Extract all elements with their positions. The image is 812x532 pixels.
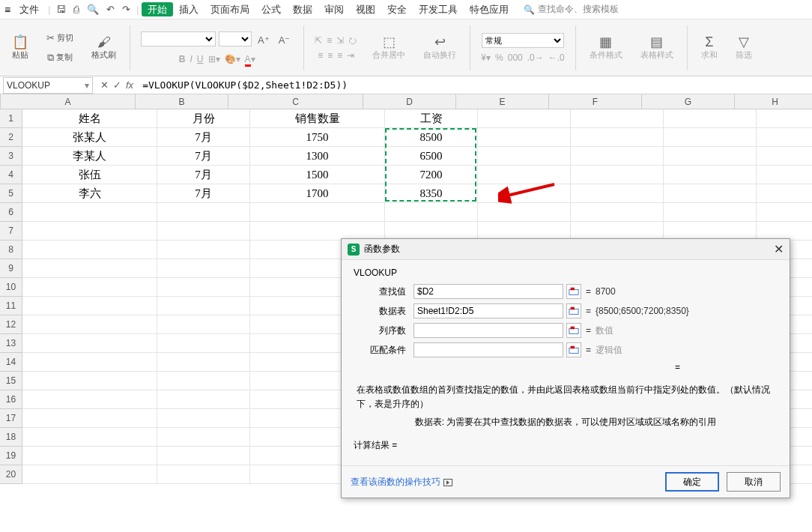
cell-D6[interactable]	[385, 203, 478, 222]
cell-H2[interactable]	[757, 128, 812, 147]
cell-G2[interactable]	[664, 128, 757, 147]
command-search[interactable]: 🔍 查找命令、搜索模板	[524, 3, 619, 16]
align-middle-icon[interactable]: ≡	[327, 35, 332, 46]
col-header-E[interactable]: E	[456, 94, 549, 109]
row-header-8[interactable]: 8	[0, 241, 22, 259]
cell-A4[interactable]: 张伍	[22, 166, 157, 184]
cell-G6[interactable]	[664, 203, 757, 222]
row-header-20[interactable]: 20	[0, 465, 22, 484]
underline-button[interactable]: U	[197, 54, 204, 64]
table-style-button[interactable]: ▤表格样式	[637, 33, 676, 62]
comma-icon[interactable]: 000	[508, 52, 523, 63]
cell-D4[interactable]: 7200	[385, 166, 478, 184]
ok-button[interactable]: 确定	[665, 472, 719, 492]
wrap-button[interactable]: ↩自动换行	[420, 33, 459, 62]
cell-C1[interactable]: 销售数量	[250, 109, 385, 128]
cell-C6[interactable]	[250, 203, 385, 222]
cell-B18[interactable]	[157, 428, 250, 447]
hamburger-icon[interactable]: ≡	[4, 4, 10, 16]
menu-tab-2[interactable]: 页面布局	[204, 2, 255, 16]
preview-icon[interactable]: 🔍	[84, 4, 102, 15]
row-header-11[interactable]: 11	[0, 297, 22, 315]
currency-icon[interactable]: ¥▾	[481, 52, 491, 63]
cell-A18[interactable]	[22, 428, 157, 447]
chevron-down-icon[interactable]: ▾	[85, 80, 89, 91]
cell-B15[interactable]	[157, 372, 250, 390]
menu-tab-4[interactable]: 数据	[287, 2, 318, 16]
cell-B14[interactable]	[157, 353, 250, 372]
cell-E4[interactable]	[478, 166, 571, 184]
cell-A2[interactable]: 张某人	[22, 128, 157, 147]
cell-A10[interactable]	[22, 278, 157, 297]
row-header-10[interactable]: 10	[0, 278, 22, 297]
cell-E1[interactable]	[478, 109, 571, 128]
cell-B7[interactable]	[157, 222, 250, 241]
cell-B2[interactable]: 7月	[157, 128, 250, 147]
undo-icon[interactable]: ↶	[103, 4, 118, 15]
orientation-icon[interactable]: ⭮	[348, 35, 357, 46]
column-headers[interactable]: ABCDEFGH	[1, 94, 812, 109]
cell-B8[interactable]	[157, 241, 250, 259]
cell-A15[interactable]	[22, 372, 157, 390]
row-header-4[interactable]: 4	[0, 166, 22, 184]
cell-C4[interactable]: 1500	[250, 166, 385, 184]
row-header-15[interactable]: 15	[0, 372, 22, 390]
range-picker-icon[interactable]	[566, 284, 581, 299]
cell-B5[interactable]: 7月	[157, 184, 250, 203]
cell-E3[interactable]	[478, 147, 571, 166]
cell-E5[interactable]	[478, 184, 571, 203]
col-header-A[interactable]: A	[1, 94, 136, 109]
cell-E2[interactable]	[478, 128, 571, 147]
cell-B16[interactable]	[157, 390, 250, 409]
align-bottom-icon[interactable]: ⇲	[336, 35, 344, 46]
save-icon[interactable]: 🖫	[53, 4, 69, 15]
align-center-icon[interactable]: ≡	[327, 50, 333, 61]
row-header-17[interactable]: 17	[0, 409, 22, 428]
cell-A11[interactable]	[22, 297, 157, 315]
cell-H4[interactable]	[757, 166, 812, 184]
name-box[interactable]: VLOOKUP ▾	[3, 77, 93, 94]
cell-D5[interactable]: 8350	[385, 184, 478, 203]
help-link[interactable]: 查看该函数的操作技巧	[351, 476, 452, 489]
cell-D2[interactable]: 8500	[385, 128, 478, 147]
border-button[interactable]: ⊞▾	[208, 54, 220, 64]
cell-B4[interactable]: 7月	[157, 166, 250, 184]
cell-G4[interactable]	[664, 166, 757, 184]
menu-tab-1[interactable]: 插入	[173, 2, 204, 16]
formula-input[interactable]	[138, 77, 812, 94]
cell-H1[interactable]	[757, 109, 812, 128]
cell-B6[interactable]	[157, 203, 250, 222]
cell-A14[interactable]	[22, 353, 157, 372]
cell-B20[interactable]	[157, 465, 250, 484]
dec-decrease-icon[interactable]: ←.0	[548, 52, 565, 63]
cut-button[interactable]: ✂剪切	[43, 29, 76, 47]
cell-C2[interactable]: 1750	[250, 128, 385, 147]
cell-B19[interactable]	[157, 447, 250, 465]
menu-tab-8[interactable]: 开发工具	[413, 2, 464, 16]
cell-B17[interactable]	[157, 409, 250, 428]
cell-G5[interactable]	[664, 184, 757, 203]
cell-A12[interactable]	[22, 315, 157, 334]
font-color-button[interactable]: A▾	[245, 54, 255, 64]
redo-icon[interactable]: ↷	[119, 4, 133, 15]
cell-F3[interactable]	[571, 147, 664, 166]
cell-B9[interactable]	[157, 259, 250, 278]
row-header-9[interactable]: 9	[0, 259, 22, 278]
range-picker-icon[interactable]	[566, 303, 581, 318]
cell-B3[interactable]: 7月	[157, 147, 250, 166]
row-header-14[interactable]: 14	[0, 353, 22, 372]
copy-button[interactable]: ⧉复制	[44, 49, 76, 67]
row-header-2[interactable]: 2	[0, 128, 22, 147]
row-header-6[interactable]: 6	[0, 203, 22, 222]
param-input-2[interactable]	[413, 323, 563, 338]
menu-tab-3[interactable]: 公式	[255, 2, 287, 16]
col-header-G[interactable]: G	[642, 94, 735, 109]
align-left-icon[interactable]: ≡	[318, 50, 323, 61]
row-header-13[interactable]: 13	[0, 334, 22, 353]
row-header-3[interactable]: 3	[0, 147, 22, 166]
print-icon[interactable]: ⎙	[70, 4, 82, 15]
dec-increase-icon[interactable]: .0→	[527, 52, 544, 63]
cell-A13[interactable]	[22, 334, 157, 353]
cell-F6[interactable]	[571, 203, 664, 222]
number-format-select[interactable]: 常规	[482, 33, 564, 48]
